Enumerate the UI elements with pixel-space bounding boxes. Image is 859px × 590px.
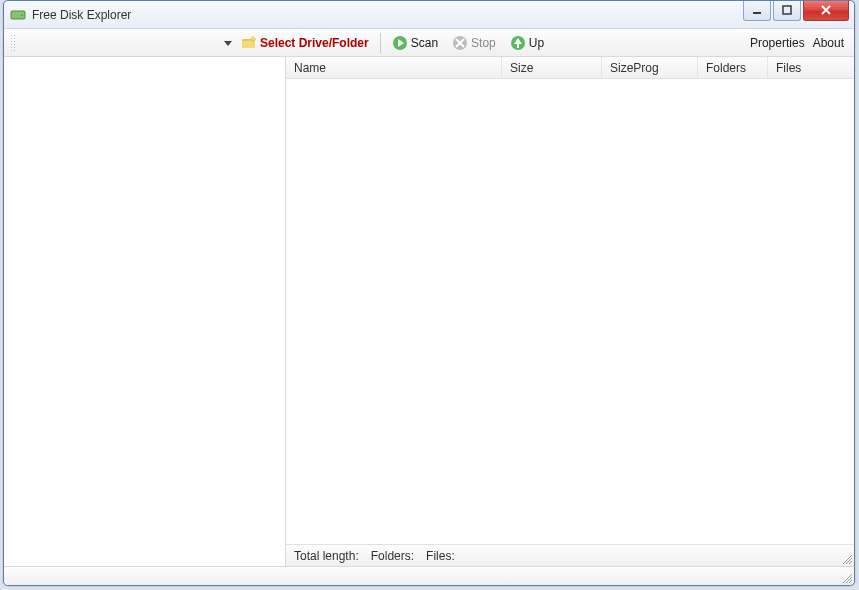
play-icon: [392, 35, 408, 51]
window-size-grip-icon[interactable]: [840, 571, 852, 583]
maximize-button[interactable]: [773, 1, 801, 21]
up-button[interactable]: Up: [505, 32, 549, 54]
file-list-area[interactable]: [286, 79, 854, 544]
list-panel: Name Size SizeProg Folders Files Total l…: [286, 57, 854, 566]
size-grip-icon[interactable]: [840, 552, 852, 564]
folder-new-icon: [241, 35, 257, 51]
status-folders-label: Folders:: [371, 549, 414, 563]
svg-rect-3: [783, 6, 791, 14]
toolbar: Select Drive/Folder Scan Stop: [4, 29, 854, 57]
select-drive-folder-button[interactable]: Select Drive/Folder: [236, 32, 374, 54]
status-total-length-label: Total length:: [294, 549, 359, 563]
column-header-size[interactable]: Size: [502, 57, 602, 78]
scan-label: Scan: [411, 36, 438, 50]
svg-rect-2: [753, 12, 761, 14]
content-area: Name Size SizeProg Folders Files Total l…: [4, 57, 854, 567]
properties-button[interactable]: Properties: [750, 36, 805, 50]
column-headers: Name Size SizeProg Folders Files: [286, 57, 854, 79]
stop-button[interactable]: Stop: [447, 32, 501, 54]
scan-button[interactable]: Scan: [387, 32, 443, 54]
app-window: Free Disk Explorer: [3, 0, 855, 586]
title-bar[interactable]: Free Disk Explorer: [4, 1, 854, 29]
toolbar-grip-icon: [10, 34, 16, 52]
status-bar-list: Total length: Folders: Files:: [286, 544, 854, 566]
minimize-button[interactable]: [743, 1, 771, 21]
status-files-label: Files:: [426, 549, 455, 563]
svg-marker-4: [224, 41, 232, 46]
column-header-sizeprog[interactable]: SizeProg: [602, 57, 698, 78]
about-button[interactable]: About: [813, 36, 844, 50]
column-header-name[interactable]: Name: [286, 57, 502, 78]
dropdown-arrow-icon[interactable]: [224, 39, 232, 47]
stop-icon: [452, 35, 468, 51]
select-drive-folder-label: Select Drive/Folder: [260, 36, 369, 50]
app-icon: [10, 7, 26, 23]
up-arrow-icon: [510, 35, 526, 51]
stop-label: Stop: [471, 36, 496, 50]
svg-point-1: [21, 14, 23, 16]
up-label: Up: [529, 36, 544, 50]
status-bar-window: [4, 567, 854, 585]
close-button[interactable]: [803, 1, 849, 21]
folder-tree-panel[interactable]: [4, 57, 286, 566]
window-title: Free Disk Explorer: [32, 8, 131, 22]
column-header-files[interactable]: Files: [768, 57, 854, 78]
toolbar-separator: [380, 33, 381, 53]
column-header-folders[interactable]: Folders: [698, 57, 768, 78]
